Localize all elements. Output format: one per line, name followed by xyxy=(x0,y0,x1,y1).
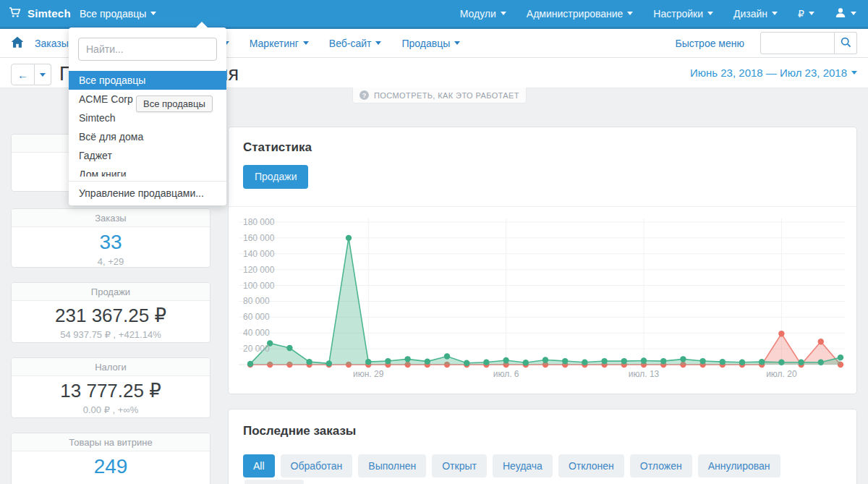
chevron-down-icon xyxy=(707,12,713,15)
how-it-works-tab[interactable]: ? ПОСМОТРЕТЬ, КАК ЭТО РАБОТАЕТ xyxy=(352,88,527,103)
quick-menu-link[interactable]: Быстрое меню xyxy=(675,38,744,49)
stat-card-value[interactable]: 33 xyxy=(12,231,210,254)
currency-label: ₽ xyxy=(798,8,804,20)
how-it-works-label: ПОСМОТРЕТЬ, КАК ЭТО РАБОТАЕТ xyxy=(374,91,519,100)
topbar: Simtech Все продавцы МодулиАдминистриров… xyxy=(0,0,868,29)
stat-card-label: Заказы xyxy=(12,209,210,227)
chevron-down-icon xyxy=(627,12,633,15)
topbar-menu-item-label: Дизайн xyxy=(733,8,767,20)
back-history-dropdown-button[interactable] xyxy=(35,64,51,85)
brand-name: Simtech xyxy=(27,7,71,20)
svg-text:июл. 20: июл. 20 xyxy=(766,369,797,379)
stat-card-value: 13 777.25 ₽ xyxy=(12,380,210,402)
order-status-tabs: AllОбработанВыполненОткрытНеудачаОтклоне… xyxy=(243,454,780,477)
user-menu[interactable] xyxy=(835,7,856,20)
topbar-menu-item[interactable]: Настройки xyxy=(653,8,713,20)
stat-card-sub: 4, +29 xyxy=(12,256,210,267)
order-status-tab[interactable]: Выполнен xyxy=(358,454,426,477)
back-button[interactable]: ← xyxy=(11,64,35,85)
recent-orders-card: Последние заказы AllОбработанВыполненОтк… xyxy=(228,409,857,484)
chevron-down-icon xyxy=(501,12,506,15)
stat-card-value: 231 367.25 ₽ xyxy=(12,305,210,327)
order-status-tab[interactable]: Неудача xyxy=(493,454,553,477)
svg-text:160 000: 160 000 xyxy=(243,233,275,243)
chevron-down-icon xyxy=(150,12,156,15)
global-search-button[interactable] xyxy=(835,32,857,54)
vendor-selector-label: Все продавцы xyxy=(80,8,146,20)
vendor-selector-button[interactable]: Все продавцы xyxy=(80,0,156,27)
search-icon xyxy=(841,37,851,50)
chevron-down-icon xyxy=(375,41,381,45)
order-status-tab[interactable]: Обработан xyxy=(281,454,353,477)
brand[interactable]: Simtech xyxy=(9,0,71,27)
nav-item-label: Заказы xyxy=(35,38,69,49)
orders-table-edge xyxy=(244,480,304,484)
svg-text:20 000: 20 000 xyxy=(243,344,270,354)
date-range-picker[interactable]: Июнь 23, 2018 — Июл 23, 2018 xyxy=(690,67,857,79)
stat-card-sub: 0.00 ₽ , +∞% xyxy=(12,404,210,415)
chevron-down-icon xyxy=(851,12,856,15)
svg-text:180 000: 180 000 xyxy=(243,217,275,227)
vendor-item[interactable]: Гаджет xyxy=(69,146,226,165)
currency-selector[interactable]: ₽ xyxy=(798,8,814,20)
stat-card-sub: 54 937.75 ₽ , +421.14% xyxy=(12,329,210,340)
vendor-item[interactable]: Все продавцы xyxy=(69,71,226,90)
manage-vendors-item[interactable]: Управление продавцами... xyxy=(69,181,226,204)
chevron-down-icon xyxy=(303,41,309,45)
order-status-tab[interactable]: All xyxy=(243,454,275,477)
vendor-item[interactable]: Дом книги xyxy=(69,165,226,177)
dropdown-notch xyxy=(196,22,208,27)
chevron-down-icon xyxy=(851,71,857,75)
svg-text:60 000: 60 000 xyxy=(243,312,270,322)
nav-item-label: Маркетинг xyxy=(250,38,299,49)
vendor-list: Все продавцыACME CorpSimtechВсё для дома… xyxy=(69,71,226,177)
stat-card-label: Налоги xyxy=(12,358,210,376)
nav-item-label: Продавцы xyxy=(401,38,450,49)
svg-text:120 000: 120 000 xyxy=(243,265,275,275)
vendor-search-input[interactable] xyxy=(78,38,217,61)
vendor-tooltip: Все продавцы xyxy=(136,95,213,112)
nav-item[interactable]: Веб-сайт xyxy=(329,38,382,49)
topbar-menu-item[interactable]: Дизайн xyxy=(733,8,778,20)
sales-chart: 20 00040 00060 00080 000100 000120 00014… xyxy=(236,213,851,386)
stat-card: Товары на витрине249 xyxy=(11,433,210,484)
svg-text:июн. 29: июн. 29 xyxy=(353,369,384,379)
stat-card: Заказы334, +29 xyxy=(11,208,210,268)
vendor-item[interactable]: Всё для дома xyxy=(69,127,226,146)
svg-text:июл. 13: июл. 13 xyxy=(629,369,660,379)
nav-item[interactable]: Продавцы xyxy=(401,38,460,49)
statistics-card: Статистика Продажи 20 00040 00060 00080 … xyxy=(228,127,857,394)
navbar-right: Быстрое меню xyxy=(675,29,857,57)
sales-filter-button[interactable]: Продажи xyxy=(243,165,308,189)
order-status-tab[interactable]: Открыт xyxy=(432,454,487,477)
stat-card-label: Продажи xyxy=(12,283,210,301)
user-icon xyxy=(835,7,846,20)
svg-text:140 000: 140 000 xyxy=(243,249,275,259)
back-button-group: ← xyxy=(11,64,51,85)
topbar-menu-item[interactable]: Администрирование xyxy=(527,8,634,20)
order-status-tab[interactable]: Аннулирован xyxy=(698,454,780,477)
statistics-title: Статистика xyxy=(243,140,312,155)
chevron-down-icon xyxy=(772,12,778,15)
order-status-tab[interactable]: Отложен xyxy=(630,454,692,477)
arrow-left-icon: ← xyxy=(17,69,28,81)
global-search-input[interactable] xyxy=(760,32,835,54)
stat-card: Продажи231 367.25 ₽54 937.75 ₽ , +421.14… xyxy=(11,282,210,343)
vendor-dropdown: Все продавцыACME CorpSimtechВсё для дома… xyxy=(69,27,226,205)
stat-card: Налоги13 777.25 ₽0.00 ₽ , +∞% xyxy=(11,357,210,418)
question-icon: ? xyxy=(359,90,369,100)
topbar-menu-item-label: Администрирование xyxy=(527,8,624,20)
date-range-label: Июнь 23, 2018 — Июл 23, 2018 xyxy=(690,67,847,79)
topbar-menu-item-label: Настройки xyxy=(653,8,703,20)
stat-card-value[interactable]: 249 xyxy=(12,455,210,478)
recent-orders-title: Последние заказы xyxy=(243,424,356,438)
global-search xyxy=(760,32,857,54)
order-status-tab[interactable]: Отклонен xyxy=(558,454,624,477)
topbar-menu-item[interactable]: Модули xyxy=(460,8,506,20)
svg-text:40 000: 40 000 xyxy=(243,328,270,338)
home-icon[interactable] xyxy=(11,36,24,51)
cart-icon xyxy=(9,7,21,21)
statistics-header: Статистика Продажи xyxy=(229,127,856,207)
stat-card-label: Товары на витрине xyxy=(12,433,210,451)
nav-item[interactable]: Маркетинг xyxy=(250,38,309,49)
